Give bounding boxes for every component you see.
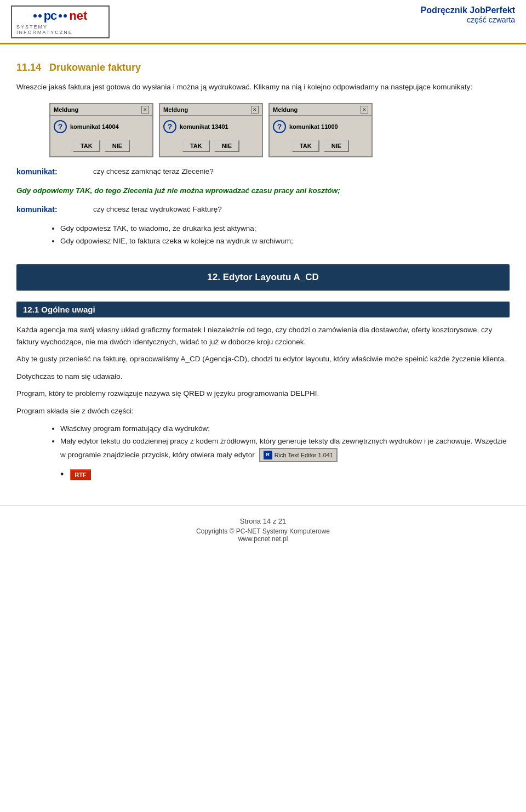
section12-para1: Każda agencja ma swój własny układ grafi… bbox=[16, 324, 510, 348]
bullet-item-prog: Właściwy program formatujący dla wydrukó… bbox=[60, 423, 510, 435]
dialog-3-nie-button[interactable]: NIE bbox=[324, 140, 349, 152]
rtf-section: • RTF bbox=[60, 469, 510, 480]
dialog-2-close[interactable]: ✕ bbox=[251, 106, 259, 113]
logo-dot bbox=[59, 14, 62, 18]
section12-para4: Program, który te problemy rozwiązuje na… bbox=[16, 388, 510, 400]
dialog-3-icon: ? bbox=[273, 120, 286, 133]
logo: pc net SYSTEMY INFORMATYCZNE bbox=[11, 5, 110, 38]
page-footer: Strona 14 z 21 Copyrights © PC-NET Syste… bbox=[0, 506, 526, 554]
dialog-3-message: komunikat 11000 bbox=[289, 123, 338, 130]
page-header: pc net SYSTEMY INFORMATYCZNE Podręcznik … bbox=[0, 0, 526, 44]
dialog-3-buttons: TAK NIE bbox=[270, 137, 371, 156]
bullet-item: Gdy odpowiesz TAK, to wiadomo, że drukar… bbox=[60, 223, 510, 235]
bullet-item-editor: Mały edytor tekstu do codziennej pracy z… bbox=[60, 435, 510, 463]
section12-para2: Aby te gusty przenieść na fakturę, oprac… bbox=[16, 353, 510, 365]
section12-para5: Program składa sie z dwóch części: bbox=[16, 405, 510, 417]
dialog-1-titlebar: Meldung ✕ bbox=[50, 104, 152, 116]
header-sub-title: część czwarta bbox=[421, 15, 516, 24]
dialog-1-nie-button[interactable]: NIE bbox=[105, 140, 130, 152]
komunikat-section-1: komunikat: czy chcesz zamknąć teraz Zlec… bbox=[16, 167, 510, 176]
dialog-3-tak-button[interactable]: TAK bbox=[292, 140, 319, 152]
subsection-heading: 12.1 Ogólne uwagi bbox=[16, 302, 510, 317]
dialog-2-nie-button[interactable]: NIE bbox=[214, 140, 239, 152]
bullet-dot: • bbox=[60, 469, 64, 480]
header-main-title: Podręcznik JobPerfekt bbox=[421, 5, 516, 15]
logo-net-text: net bbox=[69, 9, 87, 23]
dialog-2: Meldung ✕ ? komunikat 13401 TAK NIE bbox=[159, 103, 263, 157]
komunikat-section-2: komunikat: czy chcesz teraz wydrukować F… bbox=[16, 205, 510, 214]
komunikat-label-1: komunikat: bbox=[16, 167, 82, 176]
dialog-2-message: komunikat 13401 bbox=[180, 123, 228, 130]
dialog-1-body: ? komunikat 14004 bbox=[50, 116, 152, 137]
komunikat-value-1: czy chcesz zamknąć teraz Zlecenie? bbox=[93, 167, 214, 175]
logo-dot bbox=[38, 14, 42, 18]
dialog-2-titlebar: Meldung ✕ bbox=[160, 104, 262, 116]
logo-pc-text: pc bbox=[44, 9, 57, 23]
dialog-1-buttons: TAK NIE bbox=[50, 137, 152, 156]
dialogs-container: Meldung ✕ ? komunikat 14004 TAK NIE Meld… bbox=[49, 103, 510, 157]
dialog-3-body: ? komunikat 11000 bbox=[270, 116, 371, 137]
dialog-3-title: Meldung bbox=[273, 106, 298, 113]
section-number: 11.14 bbox=[16, 62, 41, 73]
main-content: 11.14 Drukowanie faktury Wreszcie jakaś … bbox=[0, 53, 526, 489]
rte-button[interactable]: R Rich Text Editor 1.041 bbox=[259, 448, 338, 463]
dialog-2-body: ? komunikat 13401 bbox=[160, 116, 262, 137]
rtf-label: RTF bbox=[75, 472, 86, 478]
komunikat-row-2: komunikat: czy chcesz teraz wydrukować F… bbox=[16, 205, 510, 214]
header-divider bbox=[0, 44, 526, 44]
footer-copyright: Copyrights © PC-NET Systemy Komputerowe bbox=[11, 527, 515, 535]
logo-subtitle: SYSTEMY INFORMATYCZNE bbox=[16, 24, 104, 35]
dialog-2-tak-button[interactable]: TAK bbox=[182, 140, 210, 152]
dialog-1-tak-button[interactable]: TAK bbox=[73, 140, 100, 152]
dialog-3-close[interactable]: ✕ bbox=[361, 106, 368, 113]
footer-website: www.pcnet.net.pl bbox=[11, 535, 515, 543]
dialog-1-title: Meldung bbox=[54, 106, 78, 113]
section-title: Drukowanie faktury bbox=[49, 62, 141, 73]
logo-dot bbox=[64, 14, 67, 18]
rte-icon: R bbox=[264, 451, 272, 459]
footer-page: Strona 14 z 21 bbox=[11, 517, 515, 525]
section-12-banner: 12. Edytor Layoutu A_CD bbox=[16, 264, 510, 291]
section-heading: 11.14 Drukowanie faktury bbox=[16, 62, 510, 73]
rte-label: Rich Text Editor 1.041 bbox=[275, 450, 333, 461]
dialog-1: Meldung ✕ ? komunikat 14004 TAK NIE bbox=[49, 103, 153, 157]
logo-top: pc net bbox=[33, 9, 88, 23]
dialog-1-close[interactable]: ✕ bbox=[141, 106, 149, 113]
komunikat-label-2: komunikat: bbox=[16, 205, 82, 214]
dialog-2-title: Meldung bbox=[163, 106, 188, 113]
bullet-list-2: Właściwy program formatujący dla wydrukó… bbox=[60, 423, 510, 463]
intro-text: Wreszcie jakaś faktura jest gotowa do wy… bbox=[16, 81, 510, 93]
rtf-button[interactable]: RTF bbox=[70, 469, 90, 480]
bullet-list-1: Gdy odpowiesz TAK, to wiadomo, że drukar… bbox=[60, 223, 510, 248]
dialog-1-icon: ? bbox=[54, 120, 67, 133]
header-title-block: Podręcznik JobPerfekt część czwarta bbox=[421, 5, 516, 24]
bullet-item: Gdy odpowiesz NIE, to faktura czeka w ko… bbox=[60, 235, 510, 248]
green-text: Gdy odpowiemy TAK, do tego Zlecenia już … bbox=[16, 185, 510, 197]
section12-para3: Dotychczas to nam się udawało. bbox=[16, 371, 510, 383]
komunikat-value-2: czy chcesz teraz wydrukować Fakturę? bbox=[93, 205, 222, 213]
dialog-2-icon: ? bbox=[163, 120, 176, 133]
logo-dots bbox=[33, 14, 42, 18]
dialog-1-message: komunikat 14004 bbox=[70, 123, 119, 130]
dialog-3: Meldung ✕ ? komunikat 11000 TAK NIE bbox=[268, 103, 373, 157]
dialog-3-titlebar: Meldung ✕ bbox=[270, 104, 371, 116]
logo-dots2 bbox=[59, 14, 67, 18]
logo-dot bbox=[33, 14, 37, 18]
dialog-2-buttons: TAK NIE bbox=[160, 137, 262, 156]
komunikat-row-1: komunikat: czy chcesz zamknąć teraz Zlec… bbox=[16, 167, 510, 176]
